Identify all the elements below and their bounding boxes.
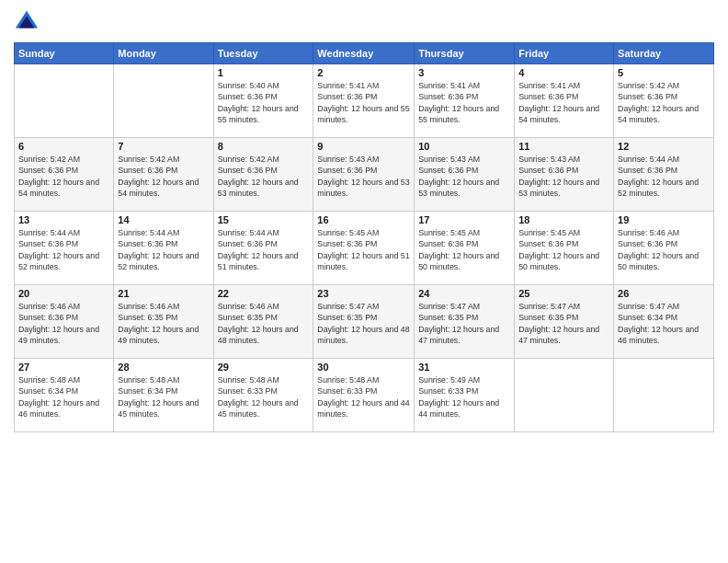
- day-header-sunday: Sunday: [15, 43, 114, 64]
- calendar-cell: 28Sunrise: 5:48 AM Sunset: 6:34 PM Dayli…: [114, 359, 213, 432]
- calendar-cell: 10Sunrise: 5:43 AM Sunset: 6:36 PM Dayli…: [415, 138, 515, 212]
- day-info: Sunrise: 5:47 AM Sunset: 6:35 PM Dayligh…: [418, 301, 510, 346]
- day-info: Sunrise: 5:45 AM Sunset: 6:36 PM Dayligh…: [317, 227, 410, 272]
- page: SundayMondayTuesdayWednesdayThursdayFrid…: [0, 0, 728, 563]
- calendar-cell: 21Sunrise: 5:46 AM Sunset: 6:35 PM Dayli…: [114, 285, 213, 359]
- calendar-cell: 16Sunrise: 5:45 AM Sunset: 6:36 PM Dayli…: [313, 212, 415, 285]
- calendar-cell: 31Sunrise: 5:49 AM Sunset: 6:33 PM Dayli…: [415, 359, 515, 432]
- calendar-week-4: 20Sunrise: 5:46 AM Sunset: 6:36 PM Dayli…: [15, 285, 714, 359]
- calendar-table: SundayMondayTuesdayWednesdayThursdayFrid…: [14, 42, 714, 432]
- calendar-cell: 14Sunrise: 5:44 AM Sunset: 6:36 PM Dayli…: [114, 212, 213, 285]
- calendar-cell: 23Sunrise: 5:47 AM Sunset: 6:35 PM Dayli…: [313, 285, 415, 359]
- calendar-cell: 12Sunrise: 5:44 AM Sunset: 6:36 PM Dayli…: [614, 138, 714, 212]
- day-number: 30: [317, 362, 410, 373]
- day-number: 18: [518, 214, 609, 225]
- header: [14, 9, 714, 35]
- day-info: Sunrise: 5:43 AM Sunset: 6:36 PM Dayligh…: [518, 154, 609, 199]
- day-number: 2: [317, 67, 410, 78]
- day-info: Sunrise: 5:44 AM Sunset: 6:36 PM Dayligh…: [18, 227, 109, 272]
- day-info: Sunrise: 5:42 AM Sunset: 6:36 PM Dayligh…: [218, 154, 310, 199]
- day-info: Sunrise: 5:42 AM Sunset: 6:36 PM Dayligh…: [618, 80, 710, 125]
- day-number: 7: [118, 141, 209, 152]
- day-info: Sunrise: 5:49 AM Sunset: 6:33 PM Dayligh…: [418, 374, 510, 419]
- day-number: 13: [18, 214, 109, 225]
- day-info: Sunrise: 5:44 AM Sunset: 6:36 PM Dayligh…: [618, 154, 710, 199]
- day-number: 29: [218, 362, 310, 373]
- day-number: 11: [518, 141, 609, 152]
- calendar-header: SundayMondayTuesdayWednesdayThursdayFrid…: [15, 43, 714, 64]
- calendar-cell: 22Sunrise: 5:46 AM Sunset: 6:35 PM Dayli…: [213, 285, 313, 359]
- calendar-cell: 5Sunrise: 5:42 AM Sunset: 6:36 PM Daylig…: [614, 64, 714, 138]
- day-number: 12: [618, 141, 710, 152]
- day-number: 22: [218, 288, 310, 299]
- calendar-cell: 26Sunrise: 5:47 AM Sunset: 6:34 PM Dayli…: [614, 285, 714, 359]
- calendar-week-1: 1Sunrise: 5:40 AM Sunset: 6:36 PM Daylig…: [15, 64, 714, 138]
- calendar-cell: [515, 359, 614, 432]
- day-number: 31: [418, 362, 510, 373]
- calendar-cell: 7Sunrise: 5:42 AM Sunset: 6:36 PM Daylig…: [114, 138, 213, 212]
- day-info: Sunrise: 5:42 AM Sunset: 6:36 PM Dayligh…: [18, 154, 109, 199]
- day-info: Sunrise: 5:47 AM Sunset: 6:35 PM Dayligh…: [518, 301, 609, 346]
- day-info: Sunrise: 5:43 AM Sunset: 6:36 PM Dayligh…: [418, 154, 510, 199]
- day-header-tuesday: Tuesday: [213, 43, 313, 64]
- day-number: 25: [518, 288, 609, 299]
- calendar-week-5: 27Sunrise: 5:48 AM Sunset: 6:34 PM Dayli…: [15, 359, 714, 432]
- calendar-cell: 13Sunrise: 5:44 AM Sunset: 6:36 PM Dayli…: [15, 212, 114, 285]
- day-number: 5: [618, 67, 710, 78]
- calendar-cell: [15, 64, 114, 138]
- calendar-cell: 29Sunrise: 5:48 AM Sunset: 6:33 PM Dayli…: [213, 359, 313, 432]
- day-number: 20: [18, 288, 109, 299]
- day-number: 28: [118, 362, 209, 373]
- day-info: Sunrise: 5:48 AM Sunset: 6:34 PM Dayligh…: [18, 374, 109, 419]
- logo: [14, 9, 43, 35]
- day-number: 19: [618, 214, 710, 225]
- day-number: 24: [418, 288, 510, 299]
- calendar-cell: 25Sunrise: 5:47 AM Sunset: 6:35 PM Dayli…: [515, 285, 614, 359]
- day-info: Sunrise: 5:46 AM Sunset: 6:36 PM Dayligh…: [18, 301, 109, 346]
- day-number: 14: [118, 214, 209, 225]
- day-number: 15: [218, 214, 310, 225]
- day-number: 9: [317, 141, 410, 152]
- day-info: Sunrise: 5:45 AM Sunset: 6:36 PM Dayligh…: [418, 227, 510, 272]
- day-number: 3: [418, 67, 510, 78]
- day-number: 17: [418, 214, 510, 225]
- calendar-cell: 15Sunrise: 5:44 AM Sunset: 6:36 PM Dayli…: [213, 212, 313, 285]
- calendar-cell: 18Sunrise: 5:45 AM Sunset: 6:36 PM Dayli…: [515, 212, 614, 285]
- calendar-cell: 24Sunrise: 5:47 AM Sunset: 6:35 PM Dayli…: [415, 285, 515, 359]
- day-header-monday: Monday: [114, 43, 213, 64]
- calendar-cell: 1Sunrise: 5:40 AM Sunset: 6:36 PM Daylig…: [213, 64, 313, 138]
- day-info: Sunrise: 5:48 AM Sunset: 6:33 PM Dayligh…: [218, 374, 310, 419]
- day-number: 6: [18, 141, 109, 152]
- day-info: Sunrise: 5:40 AM Sunset: 6:36 PM Dayligh…: [218, 80, 310, 125]
- day-number: 16: [317, 214, 410, 225]
- calendar-cell: 8Sunrise: 5:42 AM Sunset: 6:36 PM Daylig…: [213, 138, 313, 212]
- logo-icon: [14, 9, 40, 35]
- day-number: 8: [218, 141, 310, 152]
- calendar-cell: 27Sunrise: 5:48 AM Sunset: 6:34 PM Dayli…: [15, 359, 114, 432]
- day-info: Sunrise: 5:46 AM Sunset: 6:35 PM Dayligh…: [118, 301, 209, 346]
- header-row: SundayMondayTuesdayWednesdayThursdayFrid…: [15, 43, 714, 64]
- calendar-cell: 4Sunrise: 5:41 AM Sunset: 6:36 PM Daylig…: [515, 64, 614, 138]
- day-info: Sunrise: 5:42 AM Sunset: 6:36 PM Dayligh…: [118, 154, 209, 199]
- day-info: Sunrise: 5:41 AM Sunset: 6:36 PM Dayligh…: [418, 80, 510, 125]
- day-number: 10: [418, 141, 510, 152]
- calendar-cell: 9Sunrise: 5:43 AM Sunset: 6:36 PM Daylig…: [313, 138, 415, 212]
- calendar-week-2: 6Sunrise: 5:42 AM Sunset: 6:36 PM Daylig…: [15, 138, 714, 212]
- day-info: Sunrise: 5:45 AM Sunset: 6:36 PM Dayligh…: [518, 227, 609, 272]
- day-info: Sunrise: 5:47 AM Sunset: 6:35 PM Dayligh…: [317, 301, 410, 346]
- calendar-cell: 19Sunrise: 5:46 AM Sunset: 6:36 PM Dayli…: [614, 212, 714, 285]
- day-header-wednesday: Wednesday: [313, 43, 415, 64]
- day-number: 23: [317, 288, 410, 299]
- day-info: Sunrise: 5:48 AM Sunset: 6:33 PM Dayligh…: [317, 374, 410, 419]
- calendar-week-3: 13Sunrise: 5:44 AM Sunset: 6:36 PM Dayli…: [15, 212, 714, 285]
- day-number: 4: [518, 67, 609, 78]
- day-number: 26: [618, 288, 710, 299]
- day-info: Sunrise: 5:41 AM Sunset: 6:36 PM Dayligh…: [317, 80, 410, 125]
- day-info: Sunrise: 5:47 AM Sunset: 6:34 PM Dayligh…: [618, 301, 710, 346]
- day-header-friday: Friday: [515, 43, 614, 64]
- day-info: Sunrise: 5:48 AM Sunset: 6:34 PM Dayligh…: [118, 374, 209, 419]
- calendar-body: 1Sunrise: 5:40 AM Sunset: 6:36 PM Daylig…: [15, 64, 714, 432]
- day-info: Sunrise: 5:46 AM Sunset: 6:35 PM Dayligh…: [218, 301, 310, 346]
- day-info: Sunrise: 5:43 AM Sunset: 6:36 PM Dayligh…: [317, 154, 410, 199]
- day-number: 1: [218, 67, 310, 78]
